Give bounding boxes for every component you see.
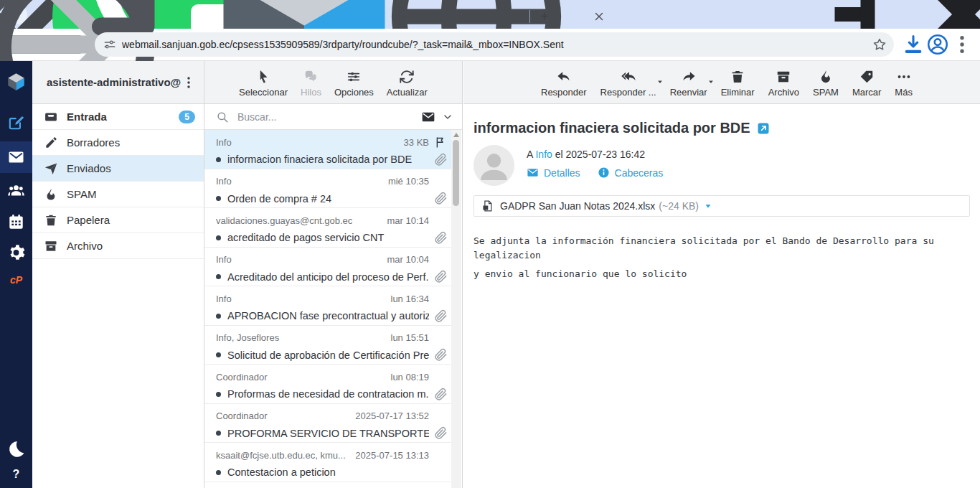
search-input[interactable] <box>236 111 420 123</box>
message-subject: Orden de compra # 24 <box>227 193 429 205</box>
sidebar-item-entrada[interactable]: Entrada5 <box>32 104 204 130</box>
address-bar[interactable]: webmail.sanjuan.gob.ec/cpsess1535909589/… <box>95 32 894 57</box>
reply-icon <box>555 69 573 85</box>
scrollbar-up-arrow[interactable] <box>453 133 459 137</box>
close-window-button[interactable] <box>947 0 980 29</box>
new-tab-button[interactable]: + <box>534 6 555 27</box>
details-link[interactable]: Detalles <box>527 166 580 179</box>
headers-link[interactable]: Cabeceras <box>598 166 664 179</box>
attachment-name[interactable]: GADPR San Juan Notas 2024.xlsx <box>500 200 655 212</box>
reenviar-button[interactable]: Reenviar <box>669 69 709 98</box>
paperplane-icon <box>44 161 58 176</box>
search-bar <box>204 104 462 130</box>
tab-close-icon[interactable] <box>593 10 606 23</box>
más-button[interactable]: Más <box>893 69 914 98</box>
calendar-icon[interactable] <box>0 212 32 231</box>
folder-label: Archivo <box>67 240 204 252</box>
toolbar-button-label: Responder ... <box>600 87 656 98</box>
account-menu-icon[interactable] <box>181 75 197 90</box>
message-row[interactable]: Infomié 10:35Orden de compra # 24 <box>204 169 452 209</box>
folder-label: SPAM <box>67 188 204 200</box>
browser-menu-icon[interactable] <box>950 32 974 57</box>
eliminar-button[interactable]: Eliminar <box>720 69 756 98</box>
message-date: mar 10:14 <box>387 215 429 226</box>
message-content-pane: ResponderResponder ...ReenviarEliminarAr… <box>463 61 980 488</box>
to-label: A <box>527 149 533 160</box>
scrollbar-thumb[interactable] <box>453 140 459 206</box>
toolbar-button-label: Archivo <box>768 87 799 98</box>
sidebar-item-borradores[interactable]: Borradores <box>32 130 204 156</box>
site-info-icon[interactable] <box>103 38 116 51</box>
message-subject: acreditado de pagos servicio CNT <box>227 232 429 243</box>
bookmark-star-icon[interactable] <box>872 37 887 52</box>
sidebar-item-enviados[interactable]: Enviados <box>32 156 204 182</box>
message-row[interactable]: Infomar 10:04Acreditado del anticipo del… <box>204 248 452 287</box>
message-date: mar 10:04 <box>387 254 429 265</box>
mail-date: el 2025-07-23 16:42 <box>555 149 645 160</box>
list-toolbar: SeleccionarHilosOpcionesActualizar <box>204 61 462 104</box>
sidebar-item-mail[interactable] <box>0 141 32 173</box>
message-flag-slot <box>429 448 448 462</box>
contacts-icon[interactable] <box>0 182 32 200</box>
message-date: mié 10:35 <box>388 176 429 187</box>
pencil-icon <box>44 136 58 150</box>
message-attachment-slot <box>429 230 448 245</box>
message-row[interactable]: Coordinador2025-07-17 13:52PROFORMA SERV… <box>204 404 452 444</box>
message-date: lun 08:19 <box>391 372 430 383</box>
list-scrollbar[interactable] <box>451 130 461 488</box>
seleccionar-button[interactable]: Seleccionar <box>237 69 289 98</box>
mail-subject: informacion finaciera solicitada por BDE <box>473 120 750 136</box>
unread-dot <box>216 431 221 436</box>
roundcube-logo-icon[interactable] <box>0 71 32 93</box>
dropdown-caret-icon <box>656 78 664 85</box>
browser-tab[interactable]: (5) Roundcube Webmail :: Envia <box>191 4 363 29</box>
message-row[interactable]: Info33 KBinformacion finaciera solicitad… <box>204 130 452 169</box>
dark-mode-moon-icon[interactable] <box>0 439 32 459</box>
actualizar-button[interactable]: Actualizar <box>385 69 429 98</box>
message-row[interactable]: Infolun 16:34APROBACION fase precontract… <box>204 286 452 326</box>
message-row[interactable]: Info2025-07-14 11:01 <box>204 482 452 488</box>
profile-icon[interactable] <box>925 32 950 57</box>
cursor-icon <box>255 69 272 85</box>
toolbar-button-label: Marcar <box>852 87 881 98</box>
search-scope-mail-icon[interactable] <box>420 110 436 124</box>
details-label: Detalles <box>544 167 580 179</box>
message-row-meta-line: ksaait@fcjse.utb.edu.ec, kmu...2025-07-1… <box>216 448 448 462</box>
compose-icon[interactable] <box>0 113 32 131</box>
toolbar-button-label: Responder <box>541 87 587 98</box>
marcar-button[interactable]: Marcar <box>851 69 882 98</box>
sidebar-item-spam[interactable]: SPAM <box>32 182 204 207</box>
message-row[interactable]: validaciones.guayas@cnt.gob.ecmar 10:14a… <box>204 208 452 248</box>
browser-tab[interactable]: Actividad 2025-07-23 08:00:00 <box>363 4 525 29</box>
cpanel-icon[interactable]: cP <box>10 274 22 286</box>
message-row[interactable]: Info, Josefloreslun 15:51Solicitud de ap… <box>204 326 452 365</box>
search-icon <box>216 111 229 123</box>
search-options-chevron-icon[interactable] <box>442 111 453 123</box>
help-icon[interactable]: ? <box>13 468 20 481</box>
message-row[interactable]: ksaait@fcjse.utb.edu.ec, kmu...2025-07-1… <box>204 443 452 482</box>
sidebar-item-archivo[interactable]: Archivo <box>32 233 204 259</box>
reload-button[interactable] <box>62 32 86 57</box>
settings-gear-icon[interactable] <box>0 243 32 262</box>
responder-button[interactable]: Responder <box>540 69 588 98</box>
message-row-subject-line: acreditado de pagos servicio CNT <box>216 229 448 246</box>
message-row[interactable]: Coordinadorlun 08:19Proformas de necesid… <box>204 365 452 404</box>
attachment-bar[interactable]: x GADPR San Juan Notas 2024.xlsx (~24 KB… <box>473 195 970 217</box>
attachment-menu-caret-icon[interactable] <box>704 202 712 210</box>
downloads-icon[interactable] <box>901 32 925 57</box>
message-flag-slot <box>429 135 448 149</box>
spam-button[interactable]: SPAM <box>811 69 840 98</box>
recipient-link[interactable]: Info <box>535 149 552 160</box>
message-row-subject-line: APROBACION fase precontractual y autoriz… <box>216 307 448 324</box>
archivo-button[interactable]: Archivo <box>767 69 801 98</box>
unread-count-badge: 5 <box>179 111 195 123</box>
message-attachment-slot <box>429 348 448 362</box>
message-rows: Info33 KBinformacion finaciera solicitad… <box>204 130 452 488</box>
responder-button[interactable]: Responder ... <box>599 69 658 98</box>
open-in-new-window-icon[interactable] <box>757 122 770 135</box>
sidebar-item-papelera[interactable]: Papelera <box>32 207 204 233</box>
opciones-button[interactable]: Opciones <box>333 69 375 98</box>
dropdown-caret-icon <box>707 78 715 85</box>
url-text[interactable]: webmail.sanjuan.gob.ec/cpsess1535909589/… <box>122 39 872 50</box>
message-row-meta-line: Infomar 10:04 <box>216 253 448 267</box>
